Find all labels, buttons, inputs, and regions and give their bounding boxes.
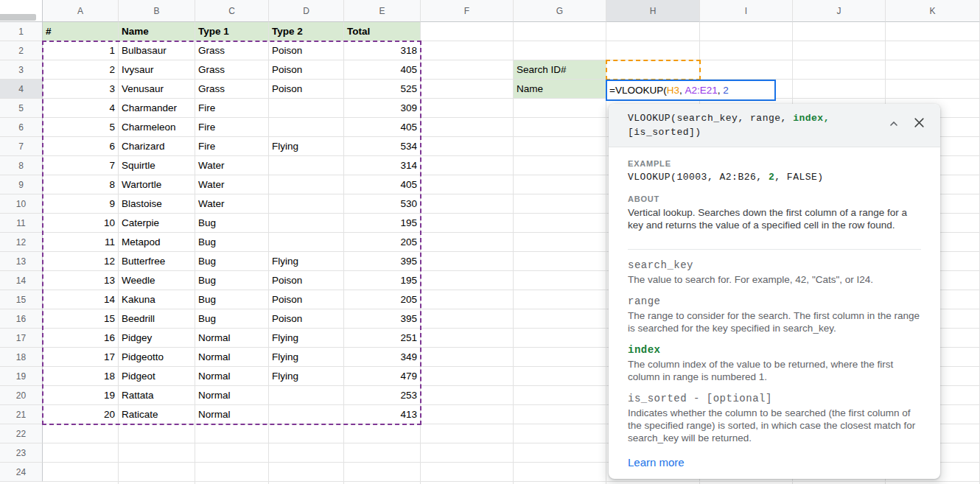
cell-B15[interactable]: Kakuna xyxy=(119,290,195,309)
cell-D13[interactable]: Flying xyxy=(269,252,344,271)
row-header-8[interactable]: 8 xyxy=(0,156,43,175)
cell-B3[interactable]: Ivysaur xyxy=(119,60,195,80)
row-header-16[interactable]: 16 xyxy=(0,309,43,329)
cell-D4[interactable]: Poison xyxy=(269,80,344,99)
row-header-1[interactable]: 1 xyxy=(0,22,43,41)
cell-A3[interactable]: 2 xyxy=(43,60,119,80)
cell-B13[interactable]: Butterfree xyxy=(119,252,195,271)
cell-B5[interactable]: Charmander xyxy=(119,99,195,118)
cell-A11[interactable]: 10 xyxy=(43,214,119,233)
cell-A1[interactable]: # xyxy=(43,22,119,41)
cell-B1[interactable]: Name xyxy=(119,22,195,41)
cell-E15[interactable]: 205 xyxy=(344,290,421,309)
cell-C14[interactable]: Bug xyxy=(195,271,269,290)
row-header-2[interactable]: 2 xyxy=(0,41,43,60)
cell-B11[interactable]: Caterpie xyxy=(119,214,195,233)
cell-C18[interactable]: Normal xyxy=(195,348,269,367)
cell-B7[interactable]: Charizard xyxy=(119,137,195,156)
cell-D3[interactable]: Poison xyxy=(269,60,344,80)
row-header-11[interactable]: 11 xyxy=(0,214,43,233)
cell-C2[interactable]: Grass xyxy=(195,41,269,60)
cell-C20[interactable]: Normal xyxy=(195,386,269,405)
row-header-6[interactable]: 6 xyxy=(0,118,43,137)
cell-A16[interactable]: 15 xyxy=(43,309,119,329)
column-header-G[interactable]: G xyxy=(514,0,606,22)
cell-D15[interactable]: Poison xyxy=(269,290,344,309)
cell-E12[interactable]: 205 xyxy=(344,233,421,252)
cell-E4[interactable]: 525 xyxy=(344,80,421,99)
cell-C21[interactable]: Normal xyxy=(195,405,269,424)
cell-B10[interactable]: Blastoise xyxy=(119,194,195,214)
cell-C11[interactable]: Bug xyxy=(195,214,269,233)
cell-D16[interactable]: Poison xyxy=(269,309,344,329)
row-header-21[interactable]: 21 xyxy=(0,405,43,424)
cell-A10[interactable]: 9 xyxy=(43,194,119,214)
cell-B8[interactable]: Squirtle xyxy=(119,156,195,175)
row-header-13[interactable]: 13 xyxy=(0,252,43,271)
cell-C16[interactable]: Bug xyxy=(195,309,269,329)
column-header-J[interactable]: J xyxy=(793,0,886,22)
cell-D1[interactable]: Type 2 xyxy=(269,22,344,41)
cell-A21[interactable]: 20 xyxy=(43,405,119,424)
cell-A9[interactable]: 8 xyxy=(43,175,119,194)
cell-E16[interactable]: 395 xyxy=(344,309,421,329)
cell-E20[interactable]: 253 xyxy=(344,386,421,405)
row-header-20[interactable]: 20 xyxy=(0,386,43,405)
cell-C4[interactable]: Grass xyxy=(195,80,269,99)
row-header-23[interactable]: 23 xyxy=(0,443,43,463)
cell-A12[interactable]: 11 xyxy=(43,233,119,252)
close-button[interactable] xyxy=(911,114,927,130)
column-header-F[interactable]: F xyxy=(421,0,514,22)
cell-C3[interactable]: Grass xyxy=(195,60,269,80)
row-header-17[interactable]: 17 xyxy=(0,329,43,348)
row-header-9[interactable]: 9 xyxy=(0,175,43,194)
cell-E9[interactable]: 405 xyxy=(344,175,421,194)
cell-E5[interactable]: 309 xyxy=(344,99,421,118)
cell-B17[interactable]: Pidgey xyxy=(119,329,195,348)
cell-E6[interactable]: 405 xyxy=(344,118,421,137)
cell-B4[interactable]: Venusaur xyxy=(119,80,195,99)
cell-B6[interactable]: Charmeleon xyxy=(119,118,195,137)
row-header-5[interactable]: 5 xyxy=(0,99,43,118)
learn-more-link[interactable]: Learn more xyxy=(628,456,685,469)
cell-A19[interactable]: 18 xyxy=(43,367,119,386)
cell-B12[interactable]: Metapod xyxy=(119,233,195,252)
cell-A5[interactable]: 4 xyxy=(43,99,119,118)
cell-A6[interactable]: 5 xyxy=(43,118,119,137)
row-header-10[interactable]: 10 xyxy=(0,194,43,214)
cell-E10[interactable]: 530 xyxy=(344,194,421,214)
cell-A7[interactable]: 6 xyxy=(43,137,119,156)
cell-C6[interactable]: Fire xyxy=(195,118,269,137)
row-header-7[interactable]: 7 xyxy=(0,137,43,156)
cell-A4[interactable]: 3 xyxy=(43,80,119,99)
cell-E18[interactable]: 349 xyxy=(344,348,421,367)
row-header-4[interactable]: 4 xyxy=(0,80,43,99)
cell-A8[interactable]: 7 xyxy=(43,156,119,175)
cell-G3[interactable]: Search ID# xyxy=(514,60,606,80)
cell-A18[interactable]: 17 xyxy=(43,348,119,367)
cell-B21[interactable]: Raticate xyxy=(119,405,195,424)
cell-E14[interactable]: 195 xyxy=(344,271,421,290)
column-header-I[interactable]: I xyxy=(700,0,793,22)
cell-D18[interactable]: Flying xyxy=(269,348,344,367)
cell-E19[interactable]: 479 xyxy=(344,367,421,386)
cell-E17[interactable]: 251 xyxy=(344,329,421,348)
row-header-19[interactable]: 19 xyxy=(0,367,43,386)
cell-C17[interactable]: Normal xyxy=(195,329,269,348)
cell-C19[interactable]: Normal xyxy=(195,367,269,386)
collapse-button[interactable] xyxy=(886,116,902,132)
select-all-corner[interactable] xyxy=(0,0,43,22)
cell-E13[interactable]: 395 xyxy=(344,252,421,271)
row-header-22[interactable]: 22 xyxy=(0,424,43,443)
cell-D19[interactable]: Flying xyxy=(269,367,344,386)
cell-C1[interactable]: Type 1 xyxy=(195,22,269,41)
cell-A17[interactable]: 16 xyxy=(43,329,119,348)
row-header-18[interactable]: 18 xyxy=(0,348,43,367)
cell-C13[interactable]: Bug xyxy=(195,252,269,271)
column-header-D[interactable]: D xyxy=(269,0,344,22)
cell-C5[interactable]: Fire xyxy=(195,99,269,118)
cell-B18[interactable]: Pidgeotto xyxy=(119,348,195,367)
column-header-C[interactable]: C xyxy=(195,0,269,22)
cell-E8[interactable]: 314 xyxy=(344,156,421,175)
cell-C12[interactable]: Bug xyxy=(195,233,269,252)
